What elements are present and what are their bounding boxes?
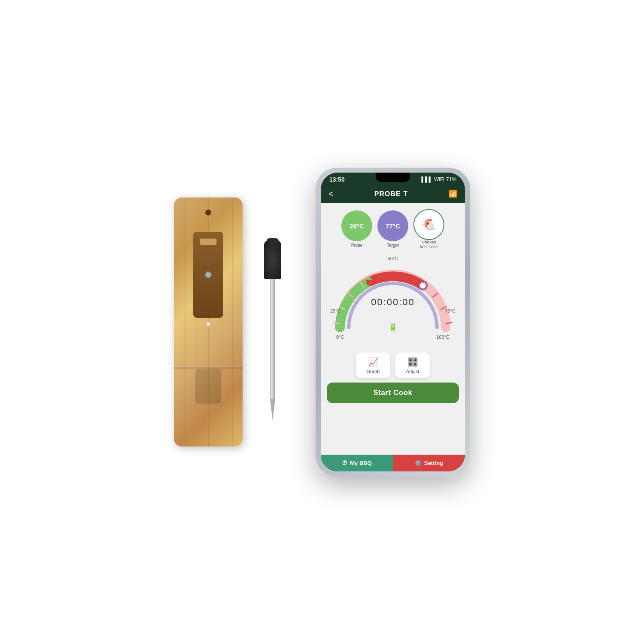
temp-0-label: 0°C xyxy=(336,334,344,340)
wifi-icon: 📶 xyxy=(449,190,457,198)
adjust-label: Adjust xyxy=(406,369,419,374)
bamboo-bottom-groove xyxy=(195,369,221,404)
phone-notch xyxy=(376,173,410,182)
app-content: 29°C Probe 77°C Target 🐔 C xyxy=(321,203,465,455)
setting-icon: ⚙️ xyxy=(415,460,422,466)
target-label: Target xyxy=(387,243,399,248)
gauge-time: 00:00:00 xyxy=(371,296,415,307)
target-card: 77°C xyxy=(377,210,408,241)
signal-icon: ▌▌▌ xyxy=(421,176,432,182)
bottom-nav: ⏱ My BBQ ⚙️ Setting xyxy=(321,455,465,471)
action-buttons: 📈 Graph 🎛️ Adjust xyxy=(327,352,459,378)
adjust-icon: 🎛️ xyxy=(407,357,418,367)
setting-button[interactable]: ⚙️ Setting xyxy=(393,455,465,471)
wifi-status-icon: WiFi xyxy=(434,176,444,182)
status-bar: 13:50 ▌▌▌ WiFi 71% xyxy=(321,173,465,185)
start-cook-button[interactable]: Start Cook xyxy=(327,383,459,403)
food-card[interactable]: 🐔 xyxy=(413,209,444,240)
temp-100-label: 100°C xyxy=(436,334,450,340)
bbq-icon: ⏱ xyxy=(342,460,347,466)
probe-label: Probe xyxy=(351,243,363,248)
phone: 13:50 ▌▌▌ WiFi 71% < PROBE T 📶 xyxy=(316,167,470,477)
food-card-wrapper[interactable]: 🐔 ChickenWell Done xyxy=(413,209,444,249)
bamboo-clip xyxy=(200,238,217,245)
adjust-button[interactable]: 🎛️ Adjust xyxy=(395,352,430,378)
back-button[interactable]: < xyxy=(328,189,334,199)
bamboo-divider xyxy=(174,366,243,369)
probe-handle-top xyxy=(267,238,279,243)
bbq-label: My BBQ xyxy=(350,460,372,466)
target-card-wrapper: 77°C Target xyxy=(377,210,408,248)
bamboo-screw xyxy=(204,271,212,279)
chicken-icon: 🐔 xyxy=(422,218,436,231)
temp-25-label: 25°C xyxy=(330,308,341,313)
bamboo-slot-area xyxy=(193,232,223,318)
graph-label: Graph xyxy=(367,369,380,374)
graph-button[interactable]: 📈 Graph xyxy=(356,352,390,378)
probe xyxy=(264,240,281,447)
bamboo-mid-dot xyxy=(206,322,210,326)
gauge-container: 00:00:00 🔋 0°C 25°C 50°C 75°C 100°C xyxy=(327,254,459,348)
probe-handle xyxy=(264,240,281,279)
phone-inner: 13:50 ▌▌▌ WiFi 71% < PROBE T 📶 xyxy=(321,173,465,471)
probe-card: 29°C xyxy=(341,210,372,241)
probe-tip xyxy=(270,399,275,421)
my-bbq-button[interactable]: ⏱ My BBQ xyxy=(321,455,393,471)
battery-icon: 71% xyxy=(446,176,456,182)
svg-point-9 xyxy=(419,282,426,289)
graph-icon: 📈 xyxy=(368,357,379,367)
bamboo-top-dot xyxy=(205,210,211,216)
temp-50-label: 50°C xyxy=(388,256,398,261)
probe-card-wrapper: 29°C Probe xyxy=(341,210,372,248)
left-side xyxy=(174,197,281,447)
food-label: ChickenWell Done xyxy=(420,240,437,249)
scene: 13:50 ▌▌▌ WiFi 71% < PROBE T 📶 xyxy=(86,167,558,477)
probe-temp: 29°C xyxy=(349,222,364,230)
target-temp: 77°C xyxy=(386,222,400,230)
status-time: 13:50 xyxy=(329,176,345,183)
bamboo-holder xyxy=(174,197,243,447)
probe-shaft xyxy=(270,279,275,399)
info-cards: 29°C Probe 77°C Target 🐔 C xyxy=(327,209,459,249)
temp-75-label: 75°C xyxy=(445,308,456,313)
app-header: < PROBE T 📶 xyxy=(321,185,465,203)
battery-gauge-icon: 🔋 xyxy=(388,322,398,332)
setting-label: Setting xyxy=(424,460,443,466)
app-title: PROBE T xyxy=(374,190,408,198)
status-icons: ▌▌▌ WiFi 71% xyxy=(421,176,456,182)
